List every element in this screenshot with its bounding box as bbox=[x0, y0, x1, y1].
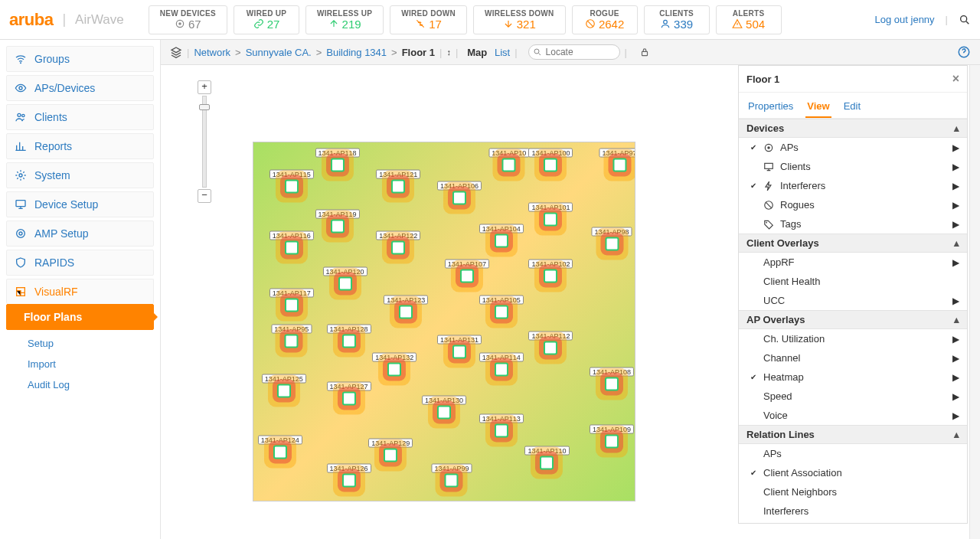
nav-visualrf[interactable]: VisualRF bbox=[6, 279, 154, 304]
ap-marker[interactable]: 1341-AP97 bbox=[599, 149, 635, 172]
stat-wired-up[interactable]: WIRED UP 27 bbox=[234, 5, 299, 34]
nav-rapids[interactable]: RAPIDS bbox=[6, 250, 154, 276]
ap-marker[interactable]: 1341-AP108 bbox=[590, 367, 634, 390]
tab-properties[interactable]: Properties bbox=[746, 97, 795, 118]
ap-marker[interactable]: 1341-AP117 bbox=[270, 288, 314, 312]
expand-arrow-icon[interactable]: ▶ bbox=[952, 391, 959, 402]
expand-arrow-icon[interactable]: ▶ bbox=[952, 353, 959, 364]
ap-marker[interactable]: 1341-AP116 bbox=[270, 231, 314, 255]
section-ap-overlays[interactable]: AP Overlays▴ bbox=[739, 310, 967, 329]
ap-marker[interactable]: 1341-AP115 bbox=[270, 170, 314, 194]
nav-sub-audit-log[interactable]: Audit Log bbox=[6, 374, 154, 395]
panel-row-heatmap[interactable]: ✔Heatmap▶ bbox=[739, 368, 967, 387]
nav-amp-setup[interactable]: AMP Setup bbox=[6, 220, 154, 247]
ap-marker[interactable]: 1341-AP10 bbox=[488, 149, 529, 172]
scrollbar[interactable] bbox=[969, 65, 980, 539]
crumb-campus[interactable]: Sunnyvale CA. bbox=[246, 47, 312, 58]
ap-marker[interactable]: 1341-AP95 bbox=[271, 324, 312, 348]
panel-row-interferers[interactable]: Interferers bbox=[739, 501, 967, 521]
ap-marker[interactable]: 1341-AP106 bbox=[437, 181, 482, 204]
panel-row-aps[interactable]: APs bbox=[739, 444, 967, 463]
ap-marker[interactable]: 1341-AP100 bbox=[528, 149, 573, 172]
ap-marker[interactable]: 1341-AP113 bbox=[479, 413, 524, 437]
stat-new-devices[interactable]: NEW DEVICES 67 bbox=[149, 5, 227, 34]
ap-marker[interactable]: 1341-AP118 bbox=[315, 149, 360, 172]
logout-link[interactable]: Log out jenny bbox=[875, 14, 935, 25]
panel-row-ch-utilization[interactable]: Ch. Utilization▶ bbox=[739, 329, 967, 348]
expand-arrow-icon[interactable]: ▶ bbox=[952, 257, 959, 268]
ap-marker[interactable]: 1341-AP122 bbox=[376, 231, 420, 255]
zoom-slider[interactable] bbox=[202, 96, 207, 188]
tab-edit[interactable]: Edit bbox=[842, 97, 862, 118]
panel-row-voice[interactable]: Voice▶ bbox=[739, 406, 967, 425]
nav-system[interactable]: System bbox=[6, 162, 154, 188]
expand-arrow-icon[interactable]: ▶ bbox=[952, 162, 959, 172]
panel-row-client-neighbors[interactable]: Client Neighbors bbox=[739, 482, 967, 501]
ap-marker[interactable]: 1341-AP129 bbox=[368, 439, 413, 462]
ap-marker[interactable]: 1341-AP123 bbox=[384, 296, 428, 319]
panel-row-client-health[interactable]: Client Health bbox=[739, 272, 967, 291]
panel-row-aps[interactable]: ✔APs▶ bbox=[739, 138, 967, 157]
expand-arrow-icon[interactable]: ▶ bbox=[952, 181, 959, 191]
panel-row-channel[interactable]: Channel▶ bbox=[739, 348, 967, 368]
view-map[interactable]: Map bbox=[467, 47, 487, 58]
nav-floor-plans[interactable]: Floor Plans bbox=[6, 304, 154, 330]
tab-view[interactable]: View bbox=[805, 97, 831, 118]
expand-arrow-icon[interactable]: ▶ bbox=[952, 334, 959, 345]
floorplan-map[interactable]: 1341-AP1181341-AP101341-AP1001341-AP9713… bbox=[253, 142, 635, 501]
ap-marker[interactable]: 1341-AP124 bbox=[258, 435, 302, 459]
ap-marker[interactable]: 1341-AP98 bbox=[592, 227, 632, 251]
ap-marker[interactable]: 1341-AP132 bbox=[372, 353, 416, 377]
nav-reports[interactable]: Reports bbox=[6, 133, 154, 159]
stat-wired-down[interactable]: WIRED DOWN 17 bbox=[390, 5, 467, 34]
ap-marker[interactable]: 1341-AP121 bbox=[376, 170, 420, 194]
crumb-building[interactable]: Building 1341 bbox=[326, 47, 387, 58]
section-client-overlays[interactable]: Client Overlays▴ bbox=[739, 234, 967, 253]
help-icon[interactable] bbox=[957, 45, 971, 59]
panel-row-apprf[interactable]: AppRF▶ bbox=[739, 253, 967, 272]
expand-arrow-icon[interactable]: ▶ bbox=[952, 410, 959, 421]
ap-marker[interactable]: 1341-AP107 bbox=[445, 260, 489, 283]
layers-icon[interactable] bbox=[170, 46, 182, 58]
section-devices[interactable]: Devices▴ bbox=[739, 119, 967, 138]
stat-alerts[interactable]: ALERTS 504 bbox=[716, 5, 782, 34]
expand-icon[interactable]: ↕ bbox=[446, 47, 451, 57]
ap-marker[interactable]: 1341-AP127 bbox=[326, 381, 371, 405]
ap-marker[interactable]: 1341-AP112 bbox=[528, 332, 573, 355]
ap-marker[interactable]: 1341-AP130 bbox=[422, 396, 466, 420]
panel-row-tags[interactable]: Tags▶ bbox=[739, 214, 967, 234]
nav-clients[interactable]: Clients bbox=[6, 104, 154, 130]
zoom-handle[interactable] bbox=[199, 104, 210, 110]
nav-sub-import[interactable]: Import bbox=[6, 354, 154, 374]
panel-row-clients[interactable]: Clients▶ bbox=[739, 157, 967, 176]
ap-marker[interactable]: 1341-AP131 bbox=[437, 335, 482, 358]
expand-arrow-icon[interactable]: ▶ bbox=[952, 372, 959, 383]
zoom-out-button[interactable]: − bbox=[198, 189, 211, 203]
panel-row-client-association[interactable]: ✔Client Association bbox=[739, 463, 967, 482]
ap-marker[interactable]: 1341-AP101 bbox=[528, 202, 573, 226]
expand-arrow-icon[interactable]: ▶ bbox=[952, 200, 959, 211]
ap-marker[interactable]: 1341-AP109 bbox=[590, 424, 634, 448]
ap-marker[interactable]: 1341-AP105 bbox=[479, 296, 524, 319]
ap-marker[interactable]: 1341-AP119 bbox=[315, 209, 360, 233]
section-relation[interactable]: Relation Lines▴ bbox=[739, 425, 967, 444]
expand-arrow-icon[interactable]: ▶ bbox=[952, 296, 959, 306]
panel-row-speed[interactable]: Speed▶ bbox=[739, 387, 967, 406]
ap-marker[interactable]: 1341-AP114 bbox=[479, 353, 524, 377]
stat-clients[interactable]: CLIENTS 339 bbox=[644, 5, 710, 34]
nav-device-setup[interactable]: Device Setup bbox=[6, 191, 154, 217]
panel-row-rogues[interactable]: Rogues▶ bbox=[739, 195, 967, 214]
canvas-area[interactable]: + − 1341-AP1181341-AP101341-AP1001341-AP… bbox=[161, 65, 980, 539]
stat-wireless-down[interactable]: WIRELESS DOWN 321 bbox=[473, 5, 566, 34]
lock-icon[interactable] bbox=[639, 47, 650, 57]
crumb-network[interactable]: Network bbox=[194, 47, 230, 58]
ap-marker[interactable]: 1341-AP99 bbox=[431, 464, 472, 488]
panel-row-ucc[interactable]: UCC▶ bbox=[739, 291, 967, 310]
close-icon[interactable]: × bbox=[952, 72, 959, 86]
ap-marker[interactable]: 1341-AP104 bbox=[479, 224, 524, 247]
stat-wireless-up[interactable]: WIRELESS UP 219 bbox=[305, 5, 384, 34]
panel-row-interferers[interactable]: ✔Interferers▶ bbox=[739, 176, 967, 195]
search-icon[interactable] bbox=[959, 14, 971, 26]
ap-marker[interactable]: 1341-AP125 bbox=[262, 374, 306, 398]
expand-arrow-icon[interactable]: ▶ bbox=[952, 142, 959, 153]
